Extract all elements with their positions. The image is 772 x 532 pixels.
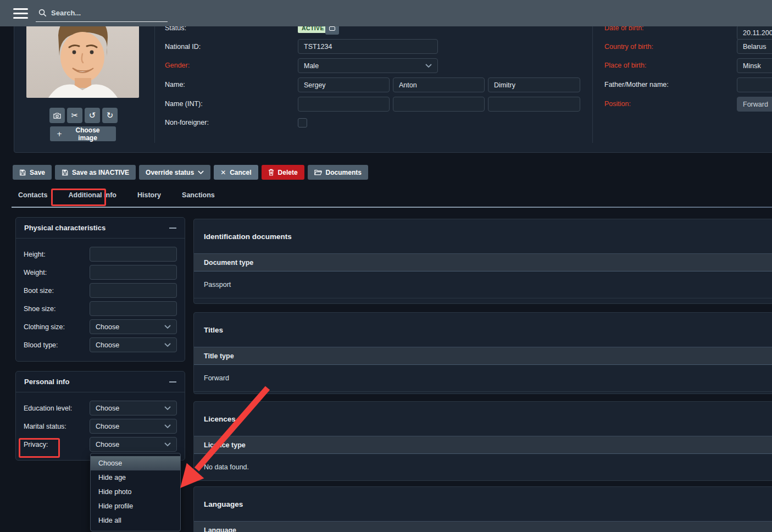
country-of-birth-input[interactable]	[737, 39, 772, 54]
table-row[interactable]: Forward	[194, 365, 772, 392]
physical-panel-header: Physical characteristics	[16, 218, 185, 239]
cancel-label: Cancel	[230, 169, 251, 176]
camera-button[interactable]	[49, 108, 65, 123]
marital-status-select[interactable]: Choose	[90, 419, 177, 434]
name-last-input[interactable]	[488, 77, 580, 92]
table-column-header: Document type	[194, 253, 772, 271]
dropdown-option-hide-age[interactable]: Hide age	[91, 470, 180, 485]
rotate-left-button[interactable]: ↺	[85, 108, 100, 123]
weight-input[interactable]	[90, 265, 177, 280]
chevron-down-icon	[164, 406, 171, 410]
languages-section: Languages Language	[193, 486, 772, 532]
crop-button[interactable]: ✂	[67, 108, 82, 123]
name-int-middle-input[interactable]	[393, 97, 485, 112]
chevron-down-icon	[164, 325, 171, 329]
boot-size-label: Boot size:	[24, 287, 54, 295]
country-of-birth-label: Country of birth:	[604, 43, 653, 51]
weight-label: Weight:	[24, 269, 47, 276]
card-divider-right	[592, 16, 593, 143]
name-first-input[interactable]	[298, 77, 390, 92]
tab-sanctions[interactable]: Sanctions	[182, 191, 215, 199]
empty-message: No data found.	[204, 463, 249, 471]
tab-additional-info[interactable]: Additional info	[68, 191, 116, 199]
rotate-right-button[interactable]: ↻	[102, 108, 118, 123]
national-id-input[interactable]	[298, 39, 438, 54]
table-column-header: Title type	[194, 347, 772, 365]
place-of-birth-input[interactable]	[737, 58, 772, 73]
folder-icon	[314, 169, 322, 175]
personal-panel-header: Personal info	[16, 372, 185, 392]
save-button[interactable]: Save	[13, 165, 52, 180]
chevron-down-icon	[425, 64, 432, 68]
dob-input[interactable]	[737, 25, 772, 40]
choose-image-button[interactable]: + Choose image	[50, 126, 116, 141]
collapse-icon[interactable]	[169, 381, 176, 383]
hamburger-menu-icon[interactable]	[13, 8, 28, 19]
non-foreigner-checkbox[interactable]	[298, 118, 307, 128]
search-icon	[38, 9, 47, 17]
square-outline-icon	[329, 26, 335, 31]
marital-status-value: Choose	[96, 423, 119, 430]
dropdown-option-choose[interactable]: Choose	[91, 456, 180, 470]
documents-label: Documents	[326, 169, 362, 176]
delete-label: Delete	[278, 169, 298, 176]
save-as-inactive-button[interactable]: Save as INACTIVE	[55, 165, 136, 180]
licences-section: Licences Licence type No data found.	[193, 401, 772, 481]
delete-button[interactable]: Delete	[262, 165, 304, 180]
physical-characteristics-panel: Physical characteristics Height: Weight:…	[15, 217, 185, 362]
tab-bar: Contacts Additional info History Sanctio…	[18, 191, 215, 199]
field-row-education: Education level: Choose	[24, 401, 177, 415]
privacy-select[interactable]: Choose	[90, 437, 177, 452]
clothing-size-select[interactable]: Choose	[90, 319, 177, 334]
gender-select[interactable]: Male	[298, 58, 438, 73]
field-row-clothing-size: Clothing size: Choose	[24, 319, 177, 334]
name-int-first-input[interactable]	[298, 97, 390, 112]
personal-info-panel: Personal info Education level: Choose Ma…	[15, 371, 185, 461]
height-input[interactable]	[90, 247, 177, 262]
education-level-label: Education level:	[24, 404, 72, 412]
rotate-right-icon: ↻	[107, 110, 114, 120]
documents-button[interactable]: Documents	[308, 165, 368, 180]
cell-value: Passport	[204, 281, 231, 289]
father-mother-input[interactable]	[737, 77, 772, 92]
clothing-size-label: Clothing size:	[24, 323, 65, 331]
dropdown-option-hide-profile[interactable]: Hide profile	[91, 499, 180, 513]
education-level-select[interactable]: Choose	[90, 401, 177, 415]
top-app-bar	[0, 0, 772, 26]
field-row-shoe-size: Shoe size:	[24, 301, 177, 316]
search-input[interactable]	[51, 9, 150, 17]
physical-panel-body: Height: Weight: Boot size: Shoe size: Cl…	[16, 239, 185, 361]
cell-value: Forward	[204, 374, 229, 382]
override-status-button[interactable]: Override status	[139, 165, 210, 180]
boot-size-input[interactable]	[90, 283, 177, 298]
dropdown-option-hide-photo[interactable]: Hide photo	[91, 485, 180, 499]
override-status-label: Override status	[146, 169, 194, 176]
tab-history[interactable]: History	[137, 191, 161, 199]
cancel-button[interactable]: ✕ Cancel	[214, 165, 258, 180]
collapse-icon[interactable]	[169, 228, 176, 229]
field-row-privacy: Privacy: Choose	[24, 437, 177, 452]
chevron-down-icon	[164, 424, 171, 428]
gender-value: Male	[304, 62, 319, 70]
blood-type-label: Blood type:	[24, 341, 58, 349]
name-int-last-input[interactable]	[488, 97, 580, 112]
privacy-value: Choose	[96, 441, 119, 448]
field-row-marital: Marital status: Choose	[24, 419, 177, 434]
gender-label: Gender:	[165, 62, 190, 69]
shoe-size-input[interactable]	[90, 301, 177, 316]
camera-icon	[53, 113, 61, 119]
position-label: Position:	[604, 100, 631, 108]
save-icon	[62, 169, 68, 176]
identification-documents-section: Identification documents Document type P…	[193, 219, 772, 304]
table-row[interactable]: Passport	[194, 271, 772, 298]
rotate-left-icon: ↺	[89, 110, 96, 120]
photo-toolbar: ✂ ↺ ↻	[49, 108, 118, 123]
personal-panel-title: Personal info	[24, 378, 69, 386]
dropdown-option-hide-all[interactable]: Hide all	[91, 513, 180, 528]
trash-icon	[268, 169, 274, 176]
position-input[interactable]	[737, 97, 772, 112]
blood-type-select[interactable]: Choose	[90, 337, 177, 352]
table-row-empty: No data found.	[194, 454, 772, 481]
tab-contacts[interactable]: Contacts	[18, 191, 47, 199]
name-middle-input[interactable]	[393, 77, 485, 92]
